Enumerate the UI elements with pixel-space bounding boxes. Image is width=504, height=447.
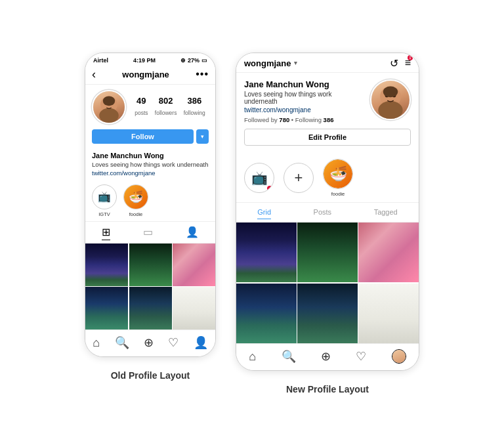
face-svg-old bbox=[93, 91, 125, 123]
svg-point-1 bbox=[99, 108, 119, 122]
highlight-igtv[interactable]: 📺 IGTV bbox=[92, 184, 117, 217]
search-icon-old[interactable]: 🔍 bbox=[115, 335, 129, 350]
avatar-face-new bbox=[371, 81, 410, 119]
tab-person-icon[interactable]: 👤 bbox=[186, 226, 199, 240]
profile-desc-new: Loves seeing how things work underneath bbox=[244, 91, 364, 105]
grid-cell-4 bbox=[85, 287, 128, 330]
search-icon-new[interactable]: 🔍 bbox=[282, 349, 296, 364]
posts-num: 49 bbox=[135, 96, 148, 106]
following-count-new: 386 bbox=[324, 116, 334, 123]
bio-name-old: Jane Manchun Wong bbox=[92, 152, 209, 160]
bio-desc-old: Loves seeing how things work underneath bbox=[92, 161, 209, 168]
following-label-new: Following bbox=[295, 116, 322, 123]
new-phone-frame: wongmjane ▾ ↺ ≡ 1 Jane Manchun Wong Love… bbox=[236, 53, 419, 372]
username-new: wongmjane ▾ bbox=[244, 58, 297, 68]
profile-info-new: Jane Manchun Wong Loves seeing how thing… bbox=[244, 79, 364, 123]
grid-cell-new-3 bbox=[358, 223, 419, 283]
highlights-old: 📺 IGTV 🍜 foodie bbox=[85, 181, 215, 222]
face-svg-new bbox=[371, 81, 410, 119]
carrier-text: Airtel bbox=[93, 57, 108, 64]
profile-icon-old[interactable]: 👤 bbox=[194, 335, 208, 350]
avatar-new bbox=[370, 79, 411, 120]
location-icon: ⊕ bbox=[180, 57, 186, 64]
grid-cell-5 bbox=[129, 287, 172, 330]
highlight-label-foodie-new: foodie bbox=[331, 191, 345, 197]
grid-cell-3 bbox=[173, 244, 215, 286]
notification-badge: 1 bbox=[408, 55, 413, 60]
grid-cell-new-2 bbox=[297, 223, 358, 283]
igtv-icon-new: 📺 bbox=[251, 170, 268, 186]
bio-section-old: Jane Manchun Wong Loves seeing how thing… bbox=[85, 152, 215, 181]
stats-row-old: 49 posts 802 followers 386 following bbox=[131, 96, 209, 117]
heart-icon-old[interactable]: ♡ bbox=[168, 335, 178, 350]
highlight-circle-igtv-new: 📺 bbox=[244, 163, 274, 193]
home-icon-old[interactable]: ⌂ bbox=[93, 336, 100, 350]
bottom-nav-new: ⌂ 🔍 ⊕ ♡ bbox=[236, 343, 419, 370]
tab-grid-icon[interactable]: ⊞ bbox=[102, 226, 110, 240]
svg-point-4 bbox=[103, 96, 115, 106]
highlights-new: 📺 + 🍜 foodie bbox=[236, 156, 419, 203]
highlight-label-foodie: foodie bbox=[129, 211, 142, 217]
profile-avatar-nav[interactable] bbox=[392, 349, 406, 364]
chevron-down-icon: ▾ bbox=[294, 60, 297, 66]
add-icon-new[interactable]: ⊕ bbox=[321, 349, 331, 364]
following-num: 386 bbox=[184, 96, 205, 106]
edit-profile-button[interactable]: Edit Profile bbox=[244, 129, 411, 146]
tab-tagged-new[interactable]: Tagged bbox=[374, 208, 398, 219]
status-icons: ⊕ 27% ▭ bbox=[180, 57, 207, 64]
tab-square-icon[interactable]: ▭ bbox=[143, 226, 153, 240]
profile-name-new: Jane Manchun Wong bbox=[244, 79, 364, 89]
highlight-circle-foodie: 🍜 bbox=[123, 184, 148, 209]
old-phone-frame: Airtel 4:19 PM ⊕ 27% ▭ ‹ wongmjane ••• bbox=[85, 53, 216, 358]
highlight-foodie[interactable]: 🍜 foodie bbox=[123, 184, 148, 217]
avatar-old bbox=[92, 90, 126, 124]
grid-new bbox=[236, 223, 419, 344]
battery-icon: ▭ bbox=[201, 57, 207, 64]
avatar-face-old bbox=[93, 91, 125, 123]
profile-row-old: 49 posts 802 followers 386 following bbox=[92, 90, 209, 124]
food-emoji-new: 🍜 bbox=[329, 165, 347, 182]
menu-badge: ≡ 1 bbox=[405, 57, 411, 69]
grid-cell-2 bbox=[129, 244, 172, 286]
add-highlight-button[interactable]: + bbox=[284, 163, 314, 193]
heart-icon-new[interactable]: ♡ bbox=[356, 349, 366, 364]
highlight-label-igtv: IGTV bbox=[98, 211, 110, 217]
nav-bar-old: ‹ wongmjane ••• bbox=[85, 65, 215, 85]
more-button-old[interactable]: ••• bbox=[196, 68, 209, 80]
username-text-new: wongmjane bbox=[244, 58, 291, 68]
profile-followed-new: Followed by 780 • Following 386 bbox=[244, 116, 364, 123]
follow-dropdown[interactable]: ▾ bbox=[196, 129, 209, 144]
status-bar-old: Airtel 4:19 PM ⊕ 27% ▭ bbox=[85, 53, 215, 65]
highlight-igtv-new[interactable]: 📺 bbox=[244, 163, 274, 193]
nav-title-old: wongmjane bbox=[122, 70, 169, 79]
profile-link-new[interactable]: twitter.com/wongmjane bbox=[244, 106, 364, 114]
grid-cell-new-5 bbox=[297, 284, 358, 344]
grid-cell-1 bbox=[85, 244, 128, 286]
svg-point-9 bbox=[383, 86, 398, 97]
following-label: following bbox=[184, 110, 205, 116]
home-icon-new[interactable]: ⌂ bbox=[249, 350, 256, 364]
follow-button[interactable]: Follow bbox=[92, 129, 194, 144]
bottom-nav-old: ⌂ 🔍 ⊕ ♡ 👤 bbox=[85, 330, 215, 356]
grid-cell-new-6 bbox=[358, 284, 419, 344]
highlight-foodie-new[interactable]: 🍜 foodie bbox=[323, 159, 353, 197]
tab-grid-new[interactable]: Grid bbox=[257, 208, 271, 219]
stat-following: 386 following bbox=[184, 96, 205, 117]
profile-section-old: 49 posts 802 followers 386 following bbox=[85, 85, 215, 152]
highlight-add-new[interactable]: + bbox=[284, 163, 314, 193]
grid-cell-new-1 bbox=[236, 223, 297, 283]
comparison-container: Airtel 4:19 PM ⊕ 27% ▭ ‹ wongmjane ••• bbox=[85, 53, 419, 395]
tab-posts-new[interactable]: Posts bbox=[314, 208, 332, 219]
back-button[interactable]: ‹ bbox=[92, 68, 96, 81]
battery-text: 27% bbox=[188, 57, 200, 64]
tabs-old: ⊞ ▭ 👤 bbox=[85, 222, 215, 244]
add-icon-old[interactable]: ⊕ bbox=[144, 335, 154, 350]
nav-bar-new: wongmjane ▾ ↺ ≡ 1 bbox=[236, 53, 419, 73]
bio-link-old[interactable]: twitter.com/wongmjane bbox=[92, 169, 209, 177]
nav-icons-new: ↺ ≡ 1 bbox=[390, 57, 411, 70]
history-icon[interactable]: ↺ bbox=[390, 57, 398, 70]
red-dot-igtv bbox=[267, 186, 272, 191]
foodie-circle-new: 🍜 bbox=[324, 160, 352, 188]
profile-section-new: Jane Manchun Wong Loves seeing how thing… bbox=[236, 73, 419, 156]
new-profile-wrapper: wongmjane ▾ ↺ ≡ 1 Jane Manchun Wong Love… bbox=[236, 53, 419, 395]
